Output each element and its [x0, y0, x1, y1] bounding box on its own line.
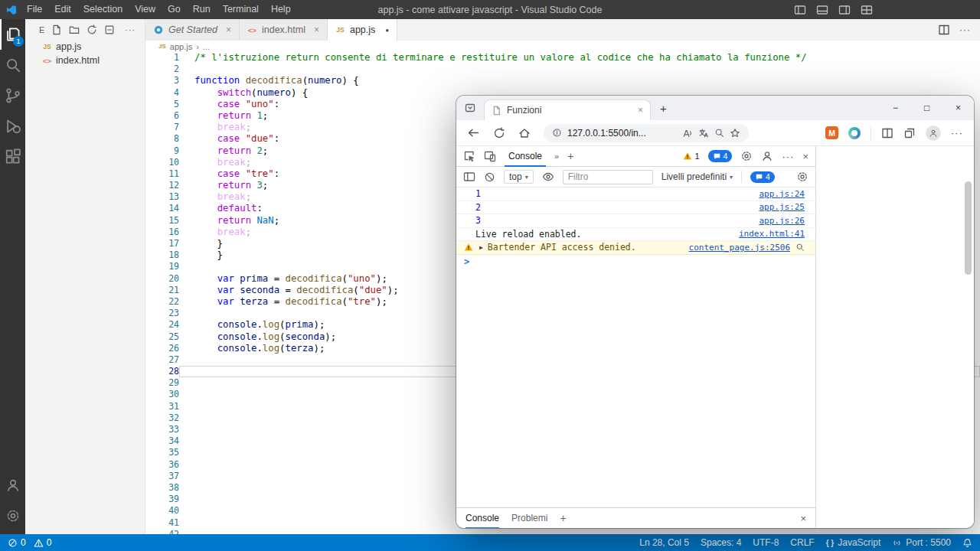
code-line-3[interactable]: 3function decodifica(numero) { [145, 75, 980, 86]
line-number[interactable]: 3 [145, 75, 179, 86]
line-number[interactable]: 23 [145, 308, 179, 319]
url-text[interactable]: 127.0.0.1:5500/in... [567, 128, 677, 139]
line-number[interactable]: 16 [145, 227, 179, 238]
home-icon[interactable] [518, 127, 531, 139]
devtools-menu-icon[interactable]: ··· [782, 151, 794, 162]
line-number[interactable]: 15 [145, 215, 179, 227]
messages-badge[interactable]: 4 [708, 150, 733, 162]
line-number[interactable]: 22 [145, 296, 179, 308]
line-number[interactable]: 24 [145, 319, 179, 331]
clear-console-icon[interactable] [484, 171, 495, 183]
line-number[interactable]: 12 [145, 180, 179, 191]
activity-explorer[interactable]: 1 [0, 19, 25, 50]
menu-item-view[interactable]: View [129, 0, 162, 19]
line-number[interactable]: 33 [145, 424, 179, 435]
console-message[interactable]: ▶Bartender API access denied.content_pag… [456, 241, 815, 255]
context-selector[interactable]: top ▾ [504, 170, 534, 184]
line-number[interactable]: 5 [145, 99, 179, 110]
more-tabs-icon[interactable]: » [554, 152, 559, 161]
line-number[interactable]: 35 [145, 447, 179, 458]
line-number[interactable]: 9 [145, 145, 179, 157]
status-eol[interactable]: CRLF [790, 537, 814, 548]
line-number[interactable]: 41 [145, 517, 179, 529]
profile-avatar[interactable] [926, 126, 941, 141]
line-number[interactable]: 7 [145, 122, 179, 133]
close-devtools-icon[interactable]: × [802, 151, 808, 162]
close-window-button[interactable]: × [942, 96, 974, 120]
add-tab-icon[interactable]: + [567, 150, 573, 162]
line-number[interactable]: 27 [145, 354, 179, 366]
drawer-tab-problemi[interactable]: Problemi [511, 508, 547, 529]
code-line-1[interactable]: 1/* l'istruzione return consente di term… [145, 52, 980, 64]
expand-arrow-icon[interactable]: ▶ [479, 244, 483, 251]
line-number[interactable]: 14 [145, 203, 179, 214]
line-number[interactable]: 20 [145, 273, 179, 285]
menu-item-terminal[interactable]: Terminal [217, 0, 265, 19]
console-message[interactable]: 3app.js:26 [456, 214, 815, 228]
drawer-tab-console[interactable]: Console [466, 508, 499, 529]
refresh-explorer-icon[interactable] [87, 24, 97, 35]
console-settings-icon[interactable] [796, 171, 808, 183]
customize-layout-icon[interactable] [861, 4, 873, 16]
explorer-more-icon[interactable]: ··· [125, 25, 136, 34]
status-cursor-position[interactable]: Ln 28, Col 5 [639, 537, 689, 548]
source-link[interactable]: app.js:26 [759, 216, 805, 226]
split-screen-icon[interactable] [881, 127, 893, 139]
line-number[interactable]: 28 [145, 366, 179, 377]
device-emulation-icon[interactable] [484, 150, 496, 162]
activity-source-control[interactable] [0, 80, 25, 111]
notifications-bell[interactable] [962, 538, 972, 548]
line-number[interactable]: 29 [145, 377, 179, 389]
new-file-icon[interactable] [51, 24, 62, 35]
menu-item-run[interactable]: Run [187, 0, 217, 19]
line-number[interactable]: 25 [145, 331, 179, 343]
toggle-panel-icon[interactable] [816, 4, 828, 16]
line-number[interactable]: 34 [145, 435, 179, 447]
dirty-indicator[interactable]: ● [385, 27, 389, 34]
line-number[interactable]: 31 [145, 401, 179, 412]
file-item-app.js[interactable]: JSapp.js [25, 40, 145, 54]
activity-accounts[interactable] [0, 470, 25, 500]
status-indentation[interactable]: Spaces: 4 [701, 537, 741, 548]
status-encoding[interactable]: UTF-8 [753, 537, 779, 548]
search-source-icon[interactable] [795, 243, 805, 252]
editor-more-icon[interactable]: ··· [959, 24, 971, 35]
site-info-icon[interactable] [552, 128, 562, 138]
line-number[interactable]: 40 [145, 505, 179, 517]
console-sidebar-icon[interactable] [463, 171, 475, 183]
translate-icon[interactable] [698, 128, 709, 139]
console-prompt[interactable]: > [456, 255, 815, 269]
console-message[interactable]: 2app.js:25 [456, 201, 815, 215]
address-bar[interactable]: 127.0.0.1:5500/in... [544, 124, 749, 142]
status-language[interactable]: { } JavaScript [826, 537, 881, 548]
menu-item-edit[interactable]: Edit [48, 0, 77, 19]
line-number[interactable]: 10 [145, 157, 179, 168]
tab-index-html[interactable]: <> index.html × [240, 19, 328, 41]
warnings-badge[interactable]: 1 [683, 152, 699, 161]
line-number[interactable]: 4 [145, 87, 179, 99]
line-number[interactable]: 42 [145, 529, 179, 534]
line-number[interactable]: 1 [145, 52, 179, 64]
line-number[interactable]: 21 [145, 285, 179, 296]
menu-item-file[interactable]: File [21, 0, 48, 19]
feedback-icon[interactable] [761, 150, 773, 162]
source-link[interactable]: content_page.js:2506 [689, 243, 790, 253]
collapse-folders-icon[interactable] [104, 24, 115, 35]
browser-menu-icon[interactable]: ··· [951, 127, 963, 139]
new-folder-icon[interactable] [69, 24, 80, 35]
source-link[interactable]: index.html:41 [739, 229, 805, 239]
refresh-icon[interactable] [493, 127, 505, 139]
line-number[interactable]: 8 [145, 133, 179, 145]
maximize-button[interactable]: □ [911, 96, 942, 120]
status-live-server-port[interactable]: Port : 5500 [892, 537, 951, 548]
devtools-tab-console[interactable]: Console [505, 146, 546, 167]
page-viewport[interactable] [816, 146, 974, 528]
activity-search[interactable] [0, 50, 25, 80]
tab-actions-icon[interactable] [464, 102, 476, 114]
console-message[interactable]: 1app.js:24 [456, 187, 815, 201]
zoom-icon[interactable] [714, 128, 724, 138]
collections-icon[interactable] [903, 127, 916, 139]
breadcrumb-file[interactable]: app.js [170, 42, 192, 51]
close-tab-icon[interactable]: × [314, 24, 319, 35]
line-number[interactable]: 2 [145, 64, 179, 75]
